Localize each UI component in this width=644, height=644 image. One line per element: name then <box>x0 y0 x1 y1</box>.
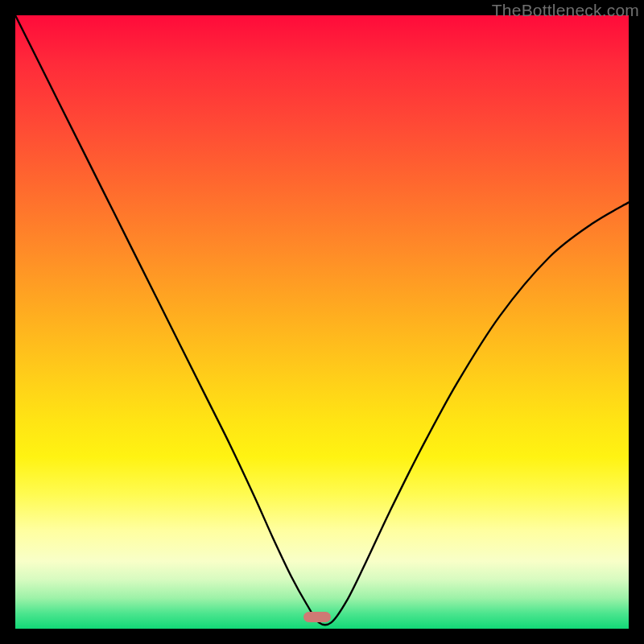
chart-frame: TheBottleneck.com <box>0 0 644 644</box>
plot-area <box>15 15 629 629</box>
bottleneck-curve <box>15 15 629 629</box>
minimum-marker <box>303 612 331 622</box>
watermark-text: TheBottleneck.com <box>492 1 639 20</box>
